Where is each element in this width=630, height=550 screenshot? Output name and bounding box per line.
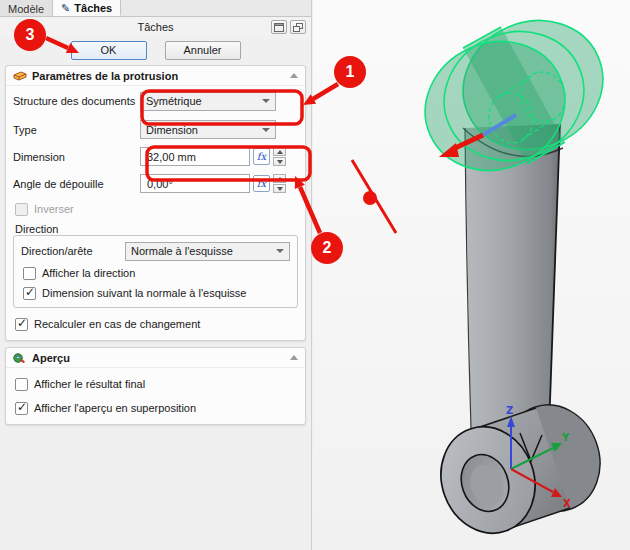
show-final-label: Afficher le résultat final [34,378,145,390]
preview-card-header[interactable]: Aperçu [6,348,305,368]
axis-label-z: Z [506,405,513,416]
tab-taches-label: Tâches [74,2,112,14]
show-final-checkbox[interactable] [15,378,28,391]
ok-button[interactable]: OK [71,41,147,60]
dimension-normal-row: Dimension suivant la normale à l'esquiss… [18,283,293,303]
type-label: Type [13,124,140,136]
cancel-button[interactable]: Annuler [165,41,241,60]
type-row: Type Dimension [6,116,305,143]
chevron-down-icon [276,249,284,253]
spinner-up-icon [277,177,283,181]
protrusion-icon [13,70,27,82]
dimension-value: 32,00 mm [147,151,196,163]
invert-row: Inverser [6,199,305,219]
dimension-row: Dimension 32,00 mm fx [6,143,305,170]
show-final-row: Afficher le résultat final [6,372,305,396]
collapse-icon[interactable] [290,73,298,78]
axis-label-x: X [563,498,571,509]
type-value: Dimension [146,124,258,136]
spinner-down-button[interactable] [273,184,286,193]
dimension-label: Dimension [13,151,140,163]
direction-edge-row: Direction/arête Normale à l'esquisse [18,239,293,263]
dialog-buttons: OK Annuler [0,38,311,62]
recalculate-row: Recalculer en cas de changement [6,312,305,336]
dimension-spinner [273,147,286,166]
show-overlay-row: Afficher l'aperçu en superposition [6,396,305,420]
direction-group: Direction/arête Normale à l'esquisse Aff… [13,235,298,308]
dimension-input[interactable]: 32,00 mm [140,147,250,166]
protrusion-parameters-card: Paramètres de la protrusion Structure de… [5,65,306,341]
direction-edge-label: Direction/arête [21,245,125,257]
viewport-3d[interactable]: Z Y X [313,0,630,550]
spinner-down-icon [277,160,283,164]
show-direction-label: Afficher la direction [42,267,135,279]
panel-header: Tâches [0,17,311,38]
recalculate-checkbox[interactable] [15,318,28,331]
direction-edge-value: Normale à l'esquisse [131,245,272,257]
spinner-up-button[interactable] [273,174,286,183]
show-direction-checkbox[interactable] [23,267,36,280]
draft-formula-button[interactable]: fx [253,175,270,192]
draft-spinner [273,174,286,193]
type-select[interactable]: Dimension [140,120,276,139]
preview-card: Aperçu Afficher le résultat final Affich… [5,347,306,425]
spinner-up-icon [277,150,283,154]
collapse-icon[interactable] [290,355,298,360]
draft-angle-row: Angle de dépouille 0,00° fx [6,170,305,197]
dimension-normal-label: Dimension suivant la normale à l'esquiss… [42,287,246,299]
float-icon [293,23,303,32]
dock-window-button[interactable] [271,20,287,34]
spinner-up-button[interactable] [273,147,286,156]
invert-label: Inverser [34,203,74,215]
axis-label-y: Y [561,432,570,443]
show-overlay-checkbox[interactable] [15,402,28,415]
tab-modele[interactable]: Modèle [0,0,53,16]
model-canvas: Z Y X [313,0,630,550]
extent-select[interactable]: Symétrique [140,92,276,111]
preview-icon [13,352,27,364]
dock-icon [274,23,284,32]
preview-card-title: Aperçu [32,352,70,364]
panel-title: Tâches [0,21,311,33]
green-extrude-preview [405,0,624,192]
extent-label: Structure des documents [13,95,140,107]
show-overlay-label: Afficher l'aperçu en superposition [34,402,196,414]
chevron-down-icon [262,128,270,132]
hub [426,392,614,547]
recalculate-label: Recalculer en cas de changement [34,318,200,330]
dimension-normal-checkbox[interactable] [23,287,36,300]
extent-row: Structure des documents Symétrique [6,86,305,116]
dimension-formula-button[interactable]: fx [253,148,270,165]
direction-edge-select[interactable]: Normale à l'esquisse [125,242,290,261]
draft-angle-input[interactable]: 0,00° [140,174,250,193]
pen-icon: ✎ [61,3,70,14]
extent-value: Symétrique [146,95,258,107]
float-window-button[interactable] [290,20,306,34]
protrusion-card-header[interactable]: Paramètres de la protrusion [6,66,305,86]
tab-taches[interactable]: ✎ Tâches [53,0,121,16]
panel-tabbar: Modèle ✎ Tâches [0,0,311,17]
protrusion-card-title: Paramètres de la protrusion [32,70,178,82]
chevron-down-icon [262,99,270,103]
draft-angle-label: Angle de dépouille [13,178,140,190]
task-panel: Modèle ✎ Tâches Tâches OK Annuler [0,0,312,550]
direction-caption: Direction [6,219,305,235]
spinner-down-button[interactable] [273,157,286,166]
show-direction-row: Afficher la direction [18,263,293,283]
invert-checkbox[interactable] [15,203,28,216]
draft-angle-value: 0,00° [147,178,173,190]
tab-modele-label: Modèle [8,3,44,15]
spinner-down-icon [277,187,283,191]
